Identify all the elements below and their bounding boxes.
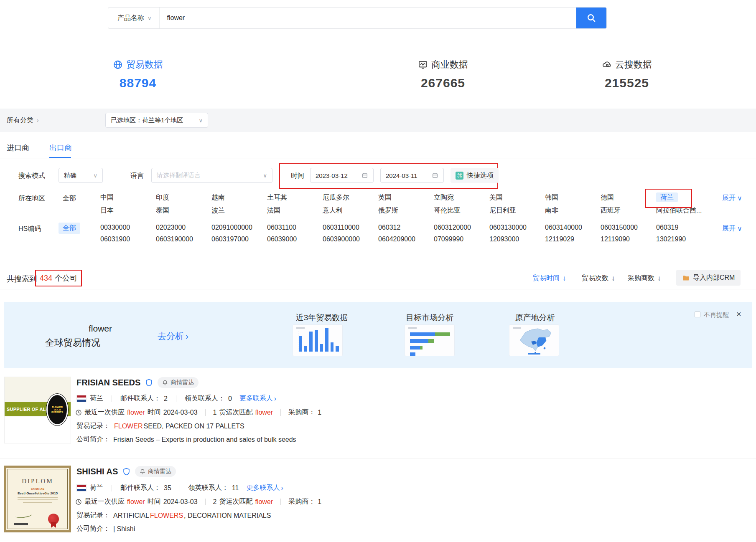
region-option[interactable]: 印度 [156, 193, 211, 202]
hs-code-option[interactable]: 0603130000 [489, 224, 545, 231]
hs-code-option[interactable]: 06039000 [267, 236, 323, 243]
stat-business-data[interactable]: 商业数据 267665 [399, 58, 487, 90]
stat-trade-data[interactable]: 贸易数据 88794 [94, 58, 182, 90]
region-option[interactable]: 土耳其 [267, 193, 323, 202]
hs-code-option[interactable]: 12093000 [489, 236, 545, 243]
trade-trend-thumbnail[interactable] [293, 324, 343, 356]
hs-code-option[interactable]: 12119029 [545, 236, 601, 243]
buyer-value: 1 [318, 498, 321, 506]
certificate-red-seal [48, 514, 59, 524]
tab-importer[interactable]: 进口商 [7, 143, 29, 153]
hs-code-option[interactable]: 0603900000 [323, 236, 378, 243]
linkedin-contacts-value: 0 [228, 395, 232, 403]
region-option[interactable]: 韩国 [545, 193, 601, 202]
separator [280, 409, 281, 416]
hs-code-option[interactable]: 060319 [656, 224, 712, 231]
region-option[interactable]: 尼日利亚 [489, 206, 545, 215]
date-from-input[interactable]: 2023-03-12 [310, 168, 374, 183]
search-category-dropdown[interactable]: 产品名称 ∨ [108, 8, 160, 28]
target-market-thumbnail[interactable] [405, 324, 455, 356]
separator [112, 485, 112, 491]
hs-code-option[interactable]: 0603140000 [545, 224, 601, 231]
region-option[interactable]: 意大利 [323, 206, 378, 215]
import-crm-button[interactable]: 导入内部CRM [676, 270, 741, 286]
certificate-company: Shishi AS [31, 487, 44, 490]
region-option[interactable]: 西班牙 [601, 206, 656, 215]
company-logo[interactable]: DIPLOM Shishi AS Eesti Gasellettevõte 20… [4, 466, 71, 532]
region-option[interactable]: 泰国 [156, 206, 211, 215]
region-option[interactable]: 俄罗斯 [378, 206, 434, 215]
region-option[interactable]: 日本 [100, 206, 156, 215]
sort-trade-time[interactable]: 贸易时间 ↓ [533, 274, 566, 283]
hs-code-option[interactable]: 0604209000 [378, 236, 434, 243]
more-contacts-link[interactable]: 更多联系人 › [246, 484, 283, 492]
business-radar-badge[interactable]: 商情雷达 [158, 377, 199, 388]
dismiss-checkbox[interactable] [695, 312, 700, 317]
stat-value: 267665 [421, 76, 465, 90]
chevron-down-icon: ∨ [737, 194, 742, 202]
tabs-divider [0, 159, 756, 159]
search-button[interactable] [576, 8, 606, 28]
company-name[interactable]: FRISIAN SEEDS [76, 378, 140, 388]
go-analyze-link[interactable]: 去分析 › [158, 330, 188, 342]
company-supply-row: 最近一次供应 flower 时间 2024-03-03 2货运次匹配 flowe… [75, 497, 321, 506]
stat-cloud-search-data[interactable]: 云搜数据 215525 [583, 58, 671, 90]
hs-all-option[interactable]: 全部 [59, 223, 80, 234]
region-option-selected[interactable]: 荷兰 [656, 192, 678, 202]
hs-code-option[interactable]: 0603150000 [601, 224, 656, 231]
sort-trade-count[interactable]: 贸易次数 ↓ [582, 274, 615, 283]
tab-exporter[interactable]: 出口商 [49, 143, 72, 153]
hs-code-option[interactable]: 02091000000 [211, 224, 267, 231]
region-option[interactable]: 法国 [267, 206, 323, 215]
stat-value: 88794 [120, 76, 156, 90]
more-contacts-link[interactable]: 更多联系人 › [239, 394, 276, 403]
region-option[interactable]: 波兰 [211, 206, 267, 215]
hs-code-option[interactable]: 0603197000 [211, 236, 267, 243]
quick-options-button[interactable]: ⌘ 快捷选项 [451, 168, 499, 183]
hs-code-option[interactable]: 07099990 [434, 236, 489, 243]
region-option[interactable]: 越南 [211, 193, 267, 202]
breadcrumb[interactable]: 所有分类 [7, 116, 33, 125]
region-option[interactable]: 英国 [378, 193, 434, 202]
dismiss-label[interactable]: 不再提醒 [704, 311, 729, 319]
hs-code-option[interactable]: 00330000 [100, 224, 156, 231]
hs-code-option[interactable]: 12119090 [601, 236, 656, 243]
company-name[interactable]: SHISHI AS [76, 467, 118, 476]
region-all-option[interactable]: 全部 [63, 194, 76, 203]
language-select[interactable]: 请选择翻译语言 ∨ [151, 168, 272, 183]
date-to-input[interactable]: 2024-03-11 [380, 168, 444, 183]
region-option[interactable]: 阿拉伯联合酋... [656, 206, 712, 215]
region-option[interactable]: 厄瓜多尔 [323, 193, 378, 202]
supply-date: 2024-03-03 [163, 409, 198, 416]
sort-buyer-count[interactable]: 采购商数 ↓ [628, 274, 661, 283]
hs-code-option[interactable]: 02023000 [156, 224, 211, 231]
hs-code-option[interactable]: 06031100 [267, 224, 323, 231]
region-option[interactable]: 立陶宛 [434, 193, 489, 202]
region-expand-button[interactable]: 展开 ∨ [722, 194, 742, 203]
region-option[interactable]: 哥伦比亚 [434, 206, 489, 215]
separator [112, 395, 112, 402]
verified-shield-icon[interactable] [145, 379, 153, 387]
region-option[interactable]: 美国 [489, 193, 545, 202]
search-input[interactable] [160, 8, 576, 28]
company-logo[interactable]: SUPPLIER OF ALL SEEDS FLOWER BULB EXPERT… [4, 377, 71, 443]
verified-shield-icon[interactable] [123, 468, 130, 476]
search-mode-select[interactable]: 精确 ∨ [59, 168, 103, 183]
origin-analysis-thumbnail[interactable] [509, 324, 559, 356]
hs-code-option[interactable]: 060312 [378, 224, 434, 231]
business-radar-badge[interactable]: 商情雷达 [135, 466, 176, 477]
hs-expand-button[interactable]: 展开 ∨ [722, 224, 742, 233]
region-option[interactable]: 南非 [545, 206, 601, 215]
close-icon[interactable]: × [736, 310, 741, 318]
company-trade-record-row: 贸易记录： ARTIFICIAL FLOWERS , DECORATION MA… [76, 511, 271, 520]
region-option[interactable]: 中国 [100, 193, 156, 202]
selected-region-dropdown[interactable]: 已选地区：荷兰等1个地区 ∨ [105, 113, 208, 128]
chevron-down-icon: ∨ [737, 225, 742, 233]
hs-code-option[interactable]: 0603110000 [323, 224, 378, 231]
region-option[interactable]: 德国 [601, 193, 656, 202]
hs-code-option[interactable]: 0603120000 [434, 224, 489, 231]
hs-code-option[interactable]: 0603190000 [156, 236, 211, 243]
hs-code-option[interactable]: 06031900 [100, 236, 156, 243]
separator [205, 499, 206, 505]
hs-code-option[interactable]: 13021990 [656, 236, 712, 243]
